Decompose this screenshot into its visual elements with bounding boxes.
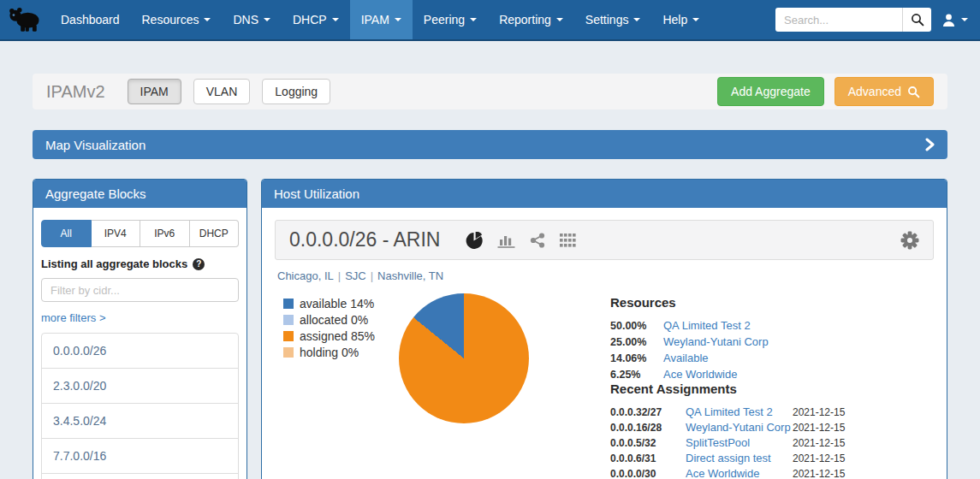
navbar-right [775,0,980,39]
table-row: 0.0.0.5/32 SplitTestPool 2021-12-15 [610,436,947,449]
top-navbar: Dashboard Resources DNS DHCP IPAM Peerin… [0,0,980,41]
pie-chart [399,293,529,423]
assignment-cidr: 0.0.0.0/30 [610,468,686,479]
resource-link[interactable]: Available [663,352,709,364]
resource-link[interactable]: Ace Worldwide [663,368,737,381]
host-utilization-header: Host Utilization [262,180,947,208]
legend-item: allocated 0% [283,313,375,327]
nav-ipam[interactable]: IPAM [350,0,413,39]
tab-ipv4[interactable]: IPV4 [92,220,141,247]
location-link[interactable]: Nashville, TN [377,269,443,282]
location-link[interactable]: SJC [345,269,366,282]
grid-icon [560,234,576,247]
view-logging-button[interactable]: Logging [262,79,330,104]
search-icon [907,86,920,98]
view-ipam-button[interactable]: IPAM [128,79,181,104]
add-aggregate-button[interactable]: Add Aggregate [717,77,824,106]
assignment-date: 2021-12-15 [793,406,947,418]
pie-chart-icon [466,232,483,249]
assignment-cidr: 0.0.0.16/28 [610,422,686,434]
tab-all[interactable]: All [41,220,92,247]
nav-help[interactable]: Help [651,0,710,39]
nav-settings[interactable]: Settings [574,0,652,39]
search-icon [911,13,924,27]
listing-label: Listing all aggregate blocks ? [41,257,239,270]
table-row: 0.0.0.6/31 Direct assign test 2021-12-15 [610,452,947,464]
assignment-link[interactable]: QA Limited Test 2 [686,405,793,418]
assignment-link[interactable]: Ace Worldwide [686,467,793,479]
resource-row: 25.00% Weyland-Yutani Corp [610,335,947,348]
chevron-down-icon [264,18,270,21]
main-nav: Dashboard Resources DNS DHCP IPAM Peerin… [50,0,710,39]
help-icon[interactable]: ? [193,258,205,270]
search-input[interactable] [775,8,902,32]
resource-link[interactable]: Weyland-Yutani Corp [663,335,769,348]
aggregate-blocks-panel: Aggregate Blocks All IPV4 IPv6 DHCP List… [33,179,247,479]
chevron-down-icon [556,18,563,21]
assignment-link[interactable]: Direct assign test [686,452,793,464]
nav-dhcp[interactable]: DHCP [282,0,350,39]
list-item[interactable]: 7.7.0.0/16 [42,438,238,473]
tab-dhcp[interactable]: DHCP [190,220,240,247]
nav-label: Peering [424,13,465,27]
legend-item: assigned 85% [283,329,375,343]
grid-view-button[interactable] [560,234,576,247]
bar-view-button[interactable] [497,233,515,248]
location-link[interactable]: Chicago, IL [277,269,334,282]
view-vlan-button[interactable]: VLAN [193,79,251,104]
panda-logo-icon [6,5,44,34]
legend-item: available 14% [283,297,375,310]
nav-dns[interactable]: DNS [222,0,282,39]
nav-label: Resources [142,13,199,27]
brand-logo[interactable] [0,0,50,39]
chevron-down-icon [961,18,968,21]
chevron-down-icon [395,18,401,21]
assignment-cidr: 0.0.0.32/27 [610,406,686,418]
legend-swatch-available [283,299,294,309]
nav-label: Dashboard [61,13,120,27]
chevron-down-icon [470,18,477,21]
search-button[interactable] [902,8,931,32]
tab-ipv6[interactable]: IPv6 [140,220,190,247]
assignment-link[interactable]: Weyland-Yutani Corp [686,421,793,434]
legend-swatch-holding [283,347,294,358]
nav-reporting[interactable]: Reporting [488,0,574,39]
table-row: 0.0.0.32/27 QA Limited Test 2 2021-12-15 [610,405,947,418]
nav-label: Settings [585,13,629,27]
nav-resources[interactable]: Resources [131,0,223,39]
nav-label: Help [662,13,687,27]
map-visualization-toggle[interactable]: Map Visualization [33,130,947,159]
list-item[interactable]: 3.4.5.0/24 [42,403,238,438]
cidr-filter-input[interactable] [41,278,239,302]
advanced-button[interactable]: Advanced [834,77,934,106]
block-title: 0.0.0.0/26 - ARIN [289,228,440,251]
resource-link[interactable]: QA Limited Test 2 [663,319,751,332]
chevron-down-icon [633,18,640,21]
resource-pct: 25.00% [610,336,663,348]
settings-gear-button[interactable] [900,231,919,250]
share-view-button[interactable] [530,233,545,248]
recent-assignments-section: Recent Assignments 0.0.0.32/27 QA Limite… [610,381,947,479]
chevron-down-icon [204,18,211,21]
bar-chart-icon [497,233,515,248]
assignment-link[interactable]: SplitTestPool [686,436,793,449]
more-filters-link[interactable]: more filters > [41,311,106,324]
list-item[interactable]: 0.0.0.0/26 [42,334,238,368]
pie-view-button[interactable] [466,232,483,249]
resource-row: 14.06% Available [610,352,947,364]
nav-dashboard[interactable]: Dashboard [50,0,131,39]
user-icon [941,13,956,27]
nav-label: Reporting [499,13,551,27]
gear-icon [900,231,919,250]
list-item[interactable]: 2.3.0.0/20 [42,368,238,403]
nav-peering[interactable]: Peering [413,0,488,39]
legend-label: holding 0% [300,346,359,359]
assignment-date: 2021-12-15 [793,422,947,434]
list-item[interactable] [42,473,238,479]
resources-title: Resources [610,295,947,310]
ipam-toolbar: IPAMv2 IPAM VLAN Logging Add Aggregate A… [33,74,947,109]
assignment-date: 2021-12-15 [793,452,947,464]
resource-pct: 50.00% [610,320,663,332]
user-menu[interactable] [941,13,968,27]
resource-row: 6.25% Ace Worldwide [610,368,947,381]
